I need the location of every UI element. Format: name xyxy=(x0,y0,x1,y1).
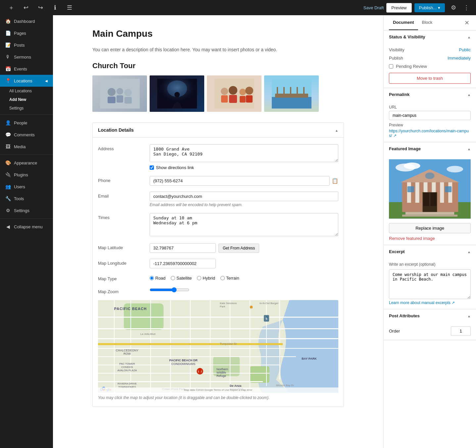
status-visibility-header[interactable]: Status & Visibility xyxy=(384,30,476,43)
address-row: Address Show directions link xyxy=(98,144,338,170)
save-draft-button[interactable]: Save Draft xyxy=(363,5,384,10)
undo-icon: ↩ xyxy=(24,4,28,11)
settings-icon-button[interactable]: ⚙ xyxy=(448,2,459,14)
svg-text:ROW: ROW xyxy=(123,352,131,355)
post-attributes-header[interactable]: Post Attributes xyxy=(384,309,476,322)
more-options-button[interactable]: ⋮ xyxy=(462,4,471,11)
sidebar-item-settings[interactable]: ⚙ Settings xyxy=(0,204,53,216)
get-from-address-button[interactable]: Get From Address xyxy=(218,244,259,253)
permalink-preview-url[interactable]: https://yourchurch.com/locations/main-ca… xyxy=(389,129,469,138)
events-icon: 📅 xyxy=(5,66,11,71)
pending-review-checkbox[interactable] xyxy=(389,64,393,68)
info-button[interactable]: ℹ xyxy=(49,2,61,14)
photo-thumb-2 xyxy=(150,75,204,112)
svg-rect-13 xyxy=(221,95,228,103)
sidebar-item-comments[interactable]: 💬 Comments xyxy=(0,129,53,141)
radio-road[interactable] xyxy=(150,276,154,280)
location-details-header[interactable]: Location Details xyxy=(93,123,344,138)
sidebar-item-media[interactable]: 🖼 Media xyxy=(0,141,53,153)
svg-rect-17 xyxy=(240,96,246,103)
sidebar-item-sermons[interactable]: 🎙 Sermons xyxy=(0,51,53,63)
map-type-road[interactable]: Road xyxy=(150,276,166,281)
excerpt-hint: Write an excerpt (optional) xyxy=(389,262,471,267)
zoom-slider[interactable] xyxy=(150,287,189,292)
publish-value[interactable]: Immediately xyxy=(448,56,471,61)
map-type-hybrid[interactable]: Hybrid xyxy=(197,276,215,281)
permalink-chevron-icon xyxy=(467,92,471,97)
times-input[interactable] xyxy=(150,213,338,236)
sidebar-sub-settings[interactable]: Settings xyxy=(0,104,53,112)
map-container[interactable]: PACIFIC BEACH CHALCEDEONY ROW PAC TOWER … xyxy=(98,300,338,393)
svg-text:CONDOMINIUMS: CONDOMINIUMS xyxy=(171,362,196,366)
undo-button[interactable]: ↩ xyxy=(20,2,32,14)
permalink-header[interactable]: Permalink xyxy=(384,88,476,101)
svg-rect-23 xyxy=(277,87,278,98)
tab-document[interactable]: Document xyxy=(389,15,418,30)
remove-featured-image-button[interactable]: Remove featured image xyxy=(389,236,435,241)
times-value xyxy=(150,213,338,237)
sidebar-item-events[interactable]: 📅 Events xyxy=(0,63,53,75)
gear-icon: ⚙ xyxy=(451,4,456,11)
email-input[interactable]: contact@yourchurch.com xyxy=(150,192,338,201)
sidebar-item-posts[interactable]: 📝 Posts xyxy=(0,39,53,51)
replace-image-button[interactable]: Replace image xyxy=(389,223,471,233)
svg-text:Park: Park xyxy=(220,305,225,308)
svg-rect-27 xyxy=(303,87,305,98)
visibility-value[interactable]: Public xyxy=(459,47,471,52)
add-block-button[interactable]: ＋ xyxy=(5,2,17,14)
sidebar-item-appearance[interactable]: 🎨 Appearance xyxy=(0,157,53,169)
panel-close-button[interactable]: ✕ xyxy=(463,18,471,28)
radio-terrain[interactable] xyxy=(220,276,225,280)
show-directions-checkbox[interactable] xyxy=(150,165,154,170)
phone-input[interactable]: (972) 555-6274 xyxy=(150,176,330,186)
silhouette-photo-svg xyxy=(157,79,197,109)
sidebar-sub-add-new[interactable]: Add New xyxy=(0,95,53,104)
svg-text:Turquoise St: Turquoise St xyxy=(220,342,237,345)
sidebar-item-plugins[interactable]: 🔌 Plugins xyxy=(0,169,53,181)
map-type-radio-group: Road Satellite Hybrid Terrain xyxy=(150,274,338,281)
svg-text:In-N-Out Burger: In-N-Out Burger xyxy=(260,302,278,305)
sidebar-item-collapse[interactable]: ◀ Collapse menu xyxy=(0,221,53,233)
permalink-url-input[interactable]: main-campus xyxy=(389,111,471,120)
map-zoom-value xyxy=(150,287,338,293)
status-visibility-body: Visibility Public Publish Immediately Pe… xyxy=(384,43,476,88)
map-type-satellite[interactable]: Satellite xyxy=(171,276,192,281)
settings-menu-icon: ⚙ xyxy=(5,208,11,213)
move-to-trash-button[interactable]: Move to trash xyxy=(389,73,471,84)
sidebar-item-tools[interactable]: 🔧 Tools xyxy=(0,193,53,204)
svg-rect-104 xyxy=(405,212,454,215)
map-type-terrain[interactable]: Terrain xyxy=(220,276,239,281)
order-input[interactable]: 1 xyxy=(451,326,471,336)
order-label: Order xyxy=(389,329,400,334)
sidebar-item-people[interactable]: 👤 People xyxy=(0,117,53,129)
block-navigation-button[interactable]: ☰ xyxy=(64,2,75,14)
preview-label: Preview xyxy=(389,123,471,127)
publish-button[interactable]: Publish... ▾ xyxy=(414,3,445,12)
page-title[interactable]: Main Campus xyxy=(92,28,344,39)
sidebar-item-users[interactable]: 👥 Users xyxy=(0,181,53,193)
preview-button[interactable]: Preview xyxy=(386,3,411,13)
longitude-input[interactable]: -117.23659700000002 xyxy=(150,259,216,268)
sidebar: 🏠 Dashboard 📄 Pages 📝 Posts 🎙 Sermons 📅 … xyxy=(0,15,53,448)
sidebar-item-pages[interactable]: 📄 Pages xyxy=(0,27,53,39)
latitude-input[interactable]: 32.798767 xyxy=(150,243,216,253)
address-input[interactable] xyxy=(150,144,338,162)
excerpt-textarea[interactable] xyxy=(389,269,471,299)
excerpt-learn-more-link[interactable]: Learn more about manual excerpts ↗ xyxy=(389,300,455,305)
sidebar-sub-all-locations[interactable]: All Locations xyxy=(0,87,53,95)
excerpt-header[interactable]: Excerpt xyxy=(384,245,476,258)
radio-hybrid[interactable] xyxy=(197,276,201,280)
svg-point-5 xyxy=(124,89,132,96)
svg-text:Refuge: Refuge xyxy=(216,374,226,378)
tab-block[interactable]: Block xyxy=(418,15,437,30)
pier-photo-svg xyxy=(272,79,311,109)
sidebar-item-dashboard[interactable]: 🏠 Dashboard xyxy=(0,15,53,27)
redo-button[interactable]: ↪ xyxy=(34,2,46,14)
collapse-icon: ◀ xyxy=(5,224,11,229)
post-attributes-body: Order 1 xyxy=(384,322,476,340)
svg-rect-41 xyxy=(130,300,131,393)
sidebar-item-locations[interactable]: 📍 Locations ◀ xyxy=(0,75,53,87)
featured-image-header[interactable]: Featured Image xyxy=(384,142,476,155)
radio-satellite[interactable] xyxy=(171,276,175,280)
email-label: Email xyxy=(98,192,144,199)
